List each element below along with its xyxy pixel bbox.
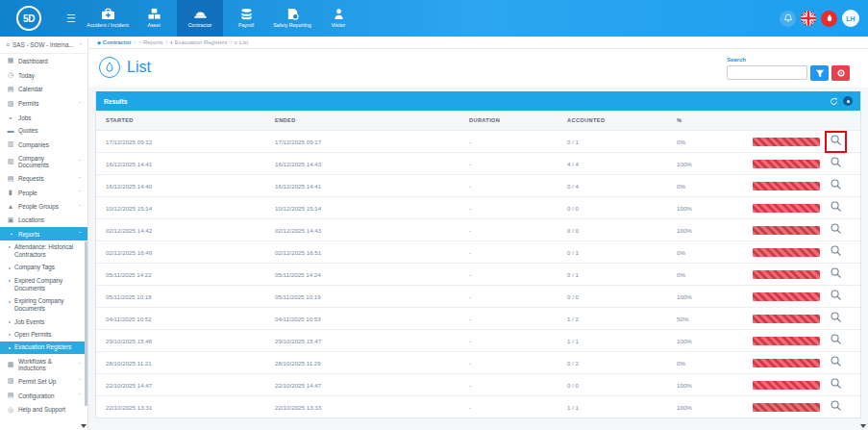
evacuation-alarm-button[interactable] xyxy=(821,11,837,27)
magnifier-icon xyxy=(830,266,842,282)
clear-filter-button[interactable] xyxy=(831,65,850,81)
sidebar-item-today[interactable]: ◷Today xyxy=(0,68,87,83)
language-flag-button[interactable] xyxy=(801,11,816,26)
chevron-down-icon: ˇ xyxy=(79,159,81,164)
sidebar-item-locations[interactable]: ▣Locations xyxy=(0,214,87,228)
magnifier-icon xyxy=(830,134,842,149)
sidebar-item-people[interactable]: ▮Peopleˇ xyxy=(0,186,87,200)
cell-duration: - xyxy=(459,293,558,300)
topbar: 5D ☰ Accident / IncidentAssetContractorP… xyxy=(0,0,868,37)
nav-tab-safety-reporting[interactable]: Safety Reporting xyxy=(269,0,315,37)
progress-bar xyxy=(753,292,820,301)
chevron-down-icon: ˇ xyxy=(80,42,82,48)
sidebar-item-permits[interactable]: ▨Permitsˇ xyxy=(0,96,87,111)
search-block: Search xyxy=(727,57,850,81)
breadcrumb-evacuation-registers[interactable]: ♦Evacuation Registers xyxy=(170,39,227,45)
sidebar-item-company-documents[interactable]: ▧Company Documentsˇ xyxy=(0,151,87,171)
nav-tab-accident-incident[interactable]: Accident / Incident xyxy=(85,0,131,37)
view-details-button[interactable] xyxy=(828,222,844,239)
breadcrumb-reports[interactable]: ◔Reports xyxy=(138,39,162,45)
view-details-button[interactable] xyxy=(828,355,844,371)
menu-icon[interactable]: ☰ xyxy=(58,0,85,37)
view-details-button[interactable] xyxy=(828,266,844,283)
logo[interactable]: 5D xyxy=(0,0,58,37)
sidebar-item-help-and-support[interactable]: ◎Help and Support xyxy=(0,403,87,417)
chevron-down-icon: ˇ xyxy=(79,101,81,107)
sidebar-subitem-expired-company-documents[interactable]: Expired Company Documents xyxy=(0,274,87,295)
refresh-icon[interactable] xyxy=(830,97,838,106)
sidebar-subitem-attendance-historical-contractors[interactable]: Attendance: Historical Contractors xyxy=(0,240,87,262)
table-row: 04/11/2025 10:5204/11/2025 10:53-1 / 250… xyxy=(96,307,860,329)
sidebar-item-people-groups[interactable]: ▲People Groupsˇ xyxy=(0,200,87,214)
sidebar-subitem-company-tags[interactable]: Company Tags xyxy=(0,262,87,274)
magnifier-icon xyxy=(830,156,842,171)
sidebar-item-dashboard[interactable]: ▦Dashboard xyxy=(0,54,87,68)
nav-tab-visitor[interactable]: Visitor xyxy=(315,0,361,37)
view-details-button[interactable] xyxy=(828,156,844,172)
table-row: 16/12/2025 14:4016/12/2025 14:41-0 / 40% xyxy=(96,174,860,196)
nav-tab-payroll[interactable]: Payroll xyxy=(223,0,269,37)
sidebar-scroll-down-icon[interactable] xyxy=(81,424,87,428)
breadcrumb-contractor[interactable]: ◆Contractor xyxy=(97,39,132,45)
cell-percent: 0% xyxy=(667,139,727,145)
table-row: 02/12/2025 16:4902/12/2025 16:51-0 / 10% xyxy=(96,240,860,263)
permits-icon: ▨ xyxy=(7,100,14,108)
cell-started: 05/11/2025 14:22 xyxy=(96,271,265,278)
cell-duration: - xyxy=(459,316,558,322)
cell-accounted: 0 / 0 xyxy=(558,293,667,300)
sidebar-item-quotes[interactable]: ▬Quotes xyxy=(0,124,87,138)
sidebar-subitem-open-permits[interactable]: Open Permits xyxy=(0,328,87,341)
column-header-ended[interactable]: ENDED xyxy=(265,117,459,123)
site-selector[interactable]: ≡ SAS - SOW - Interna... ˇ xyxy=(0,37,87,54)
company-documents-icon: ▧ xyxy=(7,158,14,165)
cell-started: 22/10/2025 14:47 xyxy=(96,382,265,389)
sidebar-subitem-evacuation-registers[interactable]: Evacuation Registers xyxy=(0,341,87,354)
workflows-icon: ▩ xyxy=(7,361,14,368)
view-details-button[interactable] xyxy=(828,399,844,416)
collapse-panel-icon[interactable] xyxy=(843,96,853,106)
notifications-button[interactable] xyxy=(780,11,796,27)
view-details-button[interactable] xyxy=(828,311,844,327)
column-header-started[interactable]: STARTED xyxy=(96,117,265,123)
cell-started: 16/12/2025 14:41 xyxy=(96,161,265,167)
column-header-accounted[interactable]: ACCOUNTED xyxy=(558,117,667,123)
cell-ended: 17/12/2025 09:17 xyxy=(265,139,459,145)
cell-percent: 100% xyxy=(667,382,727,389)
user-avatar[interactable]: LH xyxy=(842,10,859,27)
sidebar-item-permit-set-up[interactable]: ▨Permit Set Upˇ xyxy=(0,374,87,389)
sidebar-subitem-expiring-company-documents[interactable]: Expiring Company Documents xyxy=(0,295,87,316)
search-input[interactable] xyxy=(727,65,807,80)
view-details-button[interactable] xyxy=(828,289,844,305)
view-details-button[interactable] xyxy=(828,377,844,393)
column-header-duration[interactable]: DURATION xyxy=(459,117,558,123)
magnifier-icon xyxy=(830,311,842,326)
table-row: 05/11/2025 10:1805/11/2025 10:19-0 / 010… xyxy=(96,285,860,307)
sidebar-item-requests[interactable]: ▤Requestsˇ xyxy=(0,171,87,186)
sidebar-item-workflows-inductions[interactable]: ▩Workflows & Inductionsˇ xyxy=(0,354,87,374)
magnifier-icon xyxy=(830,399,842,415)
breadcrumb-list[interactable]: ≡List xyxy=(235,39,248,45)
reports-icon: ◔ xyxy=(138,39,141,45)
filter-button[interactable] xyxy=(810,65,829,81)
sidebar-item-configuration[interactable]: ▤Configurationˇ xyxy=(0,389,87,403)
page-title: List xyxy=(127,59,151,76)
nav-tab-contractor[interactable]: Contractor xyxy=(177,0,223,37)
sidebar-subitem-job-events[interactable]: Job Events xyxy=(0,316,87,328)
sidebar-scrollbar[interactable] xyxy=(85,241,87,407)
view-details-button[interactable] xyxy=(828,333,844,349)
sidebar-item-calendar[interactable]: ▤Calendar xyxy=(0,83,87,97)
payroll-icon xyxy=(239,8,254,20)
page-scroll-down-icon[interactable] xyxy=(860,424,866,428)
sidebar-item-reports[interactable]: ◔Reportsˇ xyxy=(0,227,87,240)
cell-percent: 100% xyxy=(667,227,727,234)
view-details-button[interactable] xyxy=(828,200,844,216)
view-details-button[interactable] xyxy=(828,244,844,261)
ring-icon xyxy=(836,68,846,78)
cell-accounted: 0 / 0 xyxy=(558,205,667,212)
view-details-button[interactable] xyxy=(828,134,844,150)
nav-tab-asset[interactable]: Asset xyxy=(131,0,177,37)
column-header-percent[interactable]: % xyxy=(667,117,727,123)
sidebar-item-companies[interactable]: ▥Companies xyxy=(0,138,87,152)
view-details-button[interactable] xyxy=(828,178,844,194)
sidebar-item-jobs[interactable]: ▪Jobs xyxy=(0,111,87,124)
